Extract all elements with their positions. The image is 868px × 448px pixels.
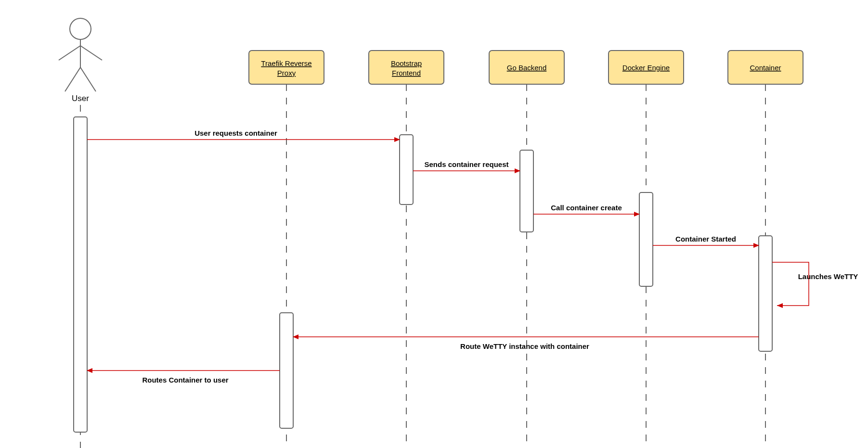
svg-text:Launches WeTTY: Launches WeTTY [798, 272, 858, 281]
svg-line-3 [80, 46, 102, 60]
svg-rect-10 [369, 51, 444, 84]
actor-user: User [59, 18, 102, 103]
svg-text:Frontend: Frontend [392, 69, 421, 77]
svg-text:Bootstrap: Bootstrap [391, 59, 422, 67]
svg-text:User requests container: User requests container [194, 129, 277, 137]
svg-text:Proxy: Proxy [277, 69, 296, 77]
svg-text:Sends container request: Sends container request [424, 160, 508, 168]
sequence-diagram: User Traefik Reverse Proxy Bootstrap Fro… [0, 0, 868, 448]
activation-user [74, 117, 87, 432]
activation-traefik [280, 313, 293, 428]
svg-text:Routes Container to user: Routes Container to user [142, 376, 228, 384]
svg-text:Go Backend: Go Backend [507, 64, 547, 72]
message-launches-wetty: Launches WeTTY [772, 262, 858, 308]
participant-bootstrap: Bootstrap Frontend [369, 51, 444, 448]
svg-point-0 [70, 18, 91, 39]
activation-bootstrap [400, 135, 413, 205]
svg-line-2 [59, 46, 80, 60]
actor-label: User [72, 94, 89, 103]
svg-text:Docker Engine: Docker Engine [622, 64, 670, 72]
activation-docker [639, 192, 653, 286]
activation-gobackend [520, 150, 533, 232]
svg-text:Call container create: Call container create [551, 204, 622, 212]
svg-text:Container Started: Container Started [675, 235, 736, 243]
svg-line-4 [65, 67, 80, 91]
svg-text:Route WeTTY instance with cont: Route WeTTY instance with container [460, 342, 589, 350]
participant-gobackend: Go Backend [489, 51, 564, 448]
activation-container [759, 236, 772, 351]
svg-text:Container: Container [750, 64, 781, 72]
svg-line-5 [80, 67, 96, 91]
svg-text:Traefik Reverse: Traefik Reverse [261, 59, 311, 67]
svg-rect-6 [249, 51, 324, 84]
